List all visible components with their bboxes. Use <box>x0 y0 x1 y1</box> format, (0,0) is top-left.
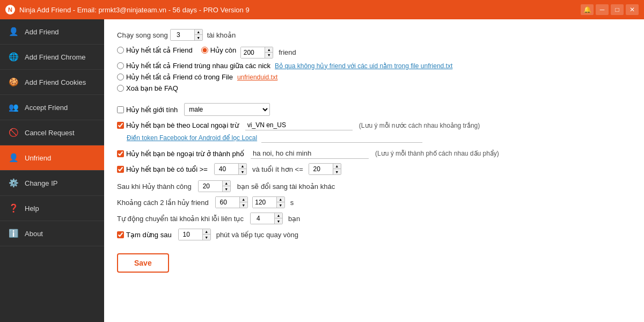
sidebar-item-change-ip[interactable]: ⚙️ Change IP <box>0 171 104 196</box>
spinner-down[interactable]: ▼ <box>195 35 202 40</box>
sidebar-item-label: Unfriend <box>25 154 51 162</box>
xoa-ban-be-faq-text: Xoá bạn bè FAQ <box>126 84 178 92</box>
huy-con-radio[interactable] <box>201 47 208 54</box>
tuoi-max-input[interactable] <box>309 164 333 174</box>
huy-con-radio-label[interactable]: Hủy còn <box>201 46 236 54</box>
gioi-tinh-checkbox-label[interactable]: Hủy hết giới tính <box>117 106 178 114</box>
tuoi-min-input[interactable] <box>215 164 238 174</box>
main-layout: 👤 Add Friend 🌐 Add Friend Chrome 🍪 Add F… <box>0 19 644 322</box>
bell-button[interactable]: 🔔 <box>581 4 594 15</box>
xoa-ban-be-faq-radio[interactable] <box>117 85 124 92</box>
khoang-cach-max-input[interactable] <box>253 197 276 208</box>
maximize-button[interactable]: □ <box>611 4 624 15</box>
save-button[interactable]: Save <box>117 253 169 273</box>
spinner-up-sau-khi-huy[interactable]: ▲ <box>223 181 230 186</box>
va-tuoi-it-hon-label: và tuổi ít hơn <= <box>252 165 303 173</box>
spinner-up-tuoi-max[interactable]: ▲ <box>333 164 341 169</box>
tam-dung-checkbox[interactable] <box>117 231 124 238</box>
gioi-tinh-checkbox[interactable] <box>117 106 124 113</box>
minimize-button[interactable]: ─ <box>596 4 609 15</box>
huy-tat-ca-radio-label[interactable]: Hủy hết tất cả Friend <box>117 46 193 54</box>
khoang-cach-row: Khoảng cách 2 lần hủy friend ▲ ▼ ▲ ▼ s <box>117 196 631 208</box>
spinner-down-kc-min[interactable]: ▼ <box>240 202 247 208</box>
tuoi-checkbox[interactable] <box>117 166 124 173</box>
tam-dung-label: Tạm dừng sau <box>126 231 172 239</box>
thanh-pho-checkbox-label[interactable]: Hủy hết bạn bè ngoại trừ ở thành phố <box>117 150 244 158</box>
tam-dung-spinner[interactable]: ▲ ▼ <box>178 229 211 240</box>
spinner-down-2[interactable]: ▼ <box>265 53 273 58</box>
sidebar-item-help[interactable]: ❓ Help <box>0 196 104 221</box>
sidebar-item-add-friend-chrome[interactable]: 🌐 Add Friend Chrome <box>0 45 104 70</box>
huy-co-trong-file-radio[interactable] <box>117 74 124 80</box>
tuoi-row: Hủy hết bạn bè có tuổi >= ▲ ▼ và tuổi ít… <box>117 163 631 175</box>
tuoi-min-spinner[interactable]: ▲ ▼ <box>214 163 247 175</box>
local-label: Hủy hết bạn bè theo Local ngoại trừ <box>126 121 239 129</box>
sidebar: 👤 Add Friend 🌐 Add Friend Chrome 🍪 Add F… <box>0 19 104 322</box>
sidebar-item-add-friend-cookies[interactable]: 🍪 Add Friend Cookies <box>0 70 104 95</box>
about-icon: ℹ️ <box>8 228 19 239</box>
huy-trung-nhau-radio[interactable] <box>117 62 124 69</box>
gioi-tinh-select[interactable]: male female <box>184 103 270 116</box>
spinner-down-tuoi-max[interactable]: ▼ <box>333 169 341 174</box>
local-checkbox-label[interactable]: Hủy hết bạn bè theo Local ngoại trừ <box>117 121 239 129</box>
thanh-pho-input[interactable] <box>251 148 369 159</box>
spinner-up-tam-dung[interactable]: ▲ <box>203 229 210 235</box>
tam-dung-input[interactable] <box>179 229 202 240</box>
spinner-up-kc-max[interactable]: ▲ <box>277 197 284 202</box>
spinner-down-tu-dong[interactable]: ▼ <box>275 218 282 224</box>
spinner-up[interactable]: ▲ <box>195 30 202 35</box>
xoa-ban-be-faq-label[interactable]: Xoá bạn bè FAQ <box>117 84 178 92</box>
spinner-down-tam-dung[interactable]: ▼ <box>203 235 210 240</box>
huy-options-row: Hủy hết tất cả Friend Hủy còn ▲ ▼ friend <box>117 46 631 98</box>
tam-dung-checkbox-label[interactable]: Tạm dừng sau <box>117 231 172 239</box>
spinner-down-kc-max[interactable]: ▼ <box>277 202 284 208</box>
huy-trung-nhau-label[interactable]: Hủy hết tất cả Friend trùng nhau giữa cá… <box>117 62 270 70</box>
tu-dong-spinner[interactable]: ▲ ▼ <box>250 213 283 224</box>
thanh-pho-row: Hủy hết bạn bè ngoại trừ ở thành phố (Lư… <box>117 148 631 159</box>
spinner-up-2[interactable]: ▲ <box>265 47 273 53</box>
gioi-tinh-label: Hủy hết giới tính <box>126 106 178 114</box>
khoang-cach-min-input[interactable] <box>216 197 239 208</box>
token-row: Điền token Facebook for Android để lọc L… <box>117 133 631 143</box>
sidebar-item-label: Add Friend <box>25 28 59 36</box>
chay-song-song-input[interactable] <box>171 30 194 40</box>
bo-qua-link[interactable]: Bỏ qua không hủy friend với các uid nằm … <box>275 62 452 70</box>
dien-token-link[interactable]: Điền token Facebook for Android để lọc L… <box>127 134 257 142</box>
sidebar-item-unfriend[interactable]: 👤 Unfriend <box>0 145 104 171</box>
khoang-cach-min-spinner[interactable]: ▲ ▼ <box>215 196 248 208</box>
sau-khi-huy-row: Sau khi Hủy thành công ▲ ▼ bạn sẽ đổi sa… <box>117 180 631 192</box>
spinner-buttons: ▲ ▼ <box>194 30 202 40</box>
khoang-cach-max-spinner[interactable]: ▲ ▼ <box>252 196 285 208</box>
tuoi-max-spinner[interactable]: ▲ ▼ <box>309 163 341 175</box>
sidebar-item-cancel-request[interactable]: 🚫 Cancel Request <box>0 120 104 145</box>
sidebar-item-add-friend[interactable]: 👤 Add Friend <box>0 19 104 45</box>
spinner-up-tu-dong[interactable]: ▲ <box>275 213 282 218</box>
tu-dong-input[interactable] <box>251 213 274 224</box>
spinner-down-tuoi-min[interactable]: ▼ <box>239 169 246 174</box>
local-input[interactable] <box>245 120 353 130</box>
huy-con-spinner[interactable]: ▲ ▼ <box>240 47 273 58</box>
huy-con-input[interactable] <box>241 47 265 58</box>
huy-tat-ca-radio[interactable] <box>117 47 124 54</box>
spinner-up-tuoi-min[interactable]: ▲ <box>239 164 246 169</box>
sau-khi-huy-spinner[interactable]: ▲ ▼ <box>198 180 231 192</box>
sidebar-item-label: Help <box>25 204 39 213</box>
close-button[interactable]: ✕ <box>626 4 639 15</box>
spinner-up-kc-min[interactable]: ▲ <box>240 197 247 202</box>
tuoi-checkbox-label[interactable]: Hủy hết bạn bè có tuổi >= <box>117 165 208 173</box>
spinner-down-sau-khi-huy[interactable]: ▼ <box>223 186 230 192</box>
sidebar-item-about[interactable]: ℹ️ About <box>0 221 104 246</box>
token-input[interactable] <box>261 133 422 143</box>
huy-co-trong-file-label[interactable]: Hủy hết tất cả Friend có trong File <box>117 73 233 81</box>
unfrienduid-link[interactable]: unfrienduid.txt <box>237 74 277 81</box>
chay-song-song-spinner[interactable]: ▲ ▼ <box>170 29 203 41</box>
sau-khi-huy-input[interactable] <box>199 181 222 192</box>
huy-co-trong-file-text: Hủy hết tất cả Friend có trong File <box>126 73 233 81</box>
sidebar-item-label: Accept Friend <box>25 104 68 112</box>
tu-dong-label: Tự động chuyển tài khoản khi lỗi liên tụ… <box>117 215 244 223</box>
local-checkbox[interactable] <box>117 122 124 129</box>
sidebar-item-label: Add Friend Chrome <box>25 53 85 61</box>
sidebar-item-accept-friend[interactable]: 👥 Accept Friend <box>0 95 104 120</box>
thanh-pho-checkbox[interactable] <box>117 150 124 157</box>
khoang-cach-label: Khoảng cách 2 lần hủy friend <box>117 199 209 207</box>
